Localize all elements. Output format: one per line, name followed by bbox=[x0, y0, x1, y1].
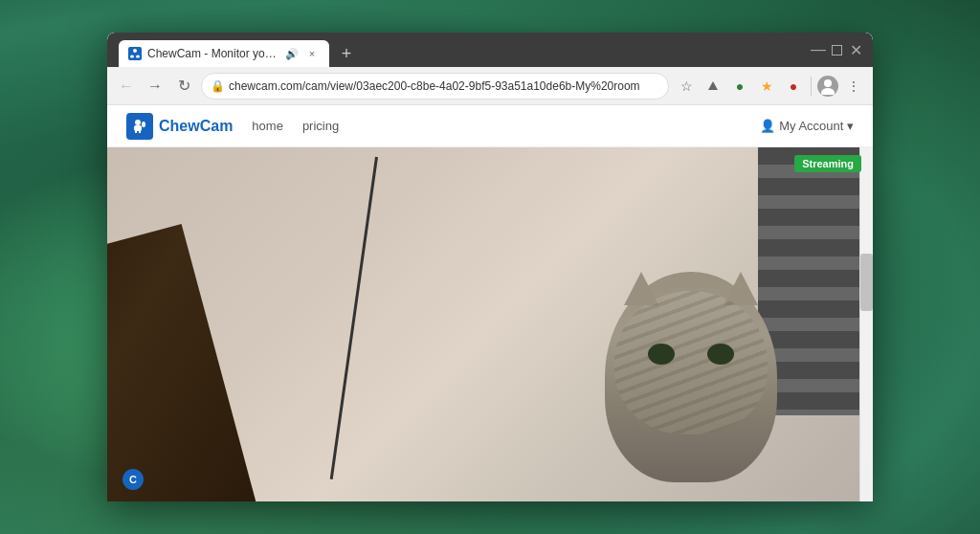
svg-rect-9 bbox=[139, 130, 141, 133]
content-area: ChewCam home pricing 👤 My Account ▾ bbox=[107, 105, 873, 501]
new-tab-button[interactable]: + bbox=[333, 40, 360, 67]
tab-bar: ChewCam - Monitor your p... 🔊 × + bbox=[119, 33, 813, 67]
address-bar: ← → ↻ 🔒 ☆ ● ★ ● ⋮ bbox=[107, 67, 873, 105]
tab-close-button[interactable]: × bbox=[304, 46, 320, 61]
svg-point-6 bbox=[135, 120, 141, 125]
active-tab[interactable]: ChewCam - Monitor your p... 🔊 × bbox=[119, 40, 329, 67]
tab-audio-icon: 🔊 bbox=[285, 48, 299, 60]
url-input[interactable] bbox=[201, 73, 669, 100]
account-label: My Account ▾ bbox=[779, 119, 854, 133]
svg-rect-8 bbox=[135, 130, 137, 133]
extension-button[interactable] bbox=[702, 75, 724, 98]
svg-point-1 bbox=[130, 56, 134, 58]
window-controls: — ✕ bbox=[813, 44, 861, 56]
scrollbar[interactable] bbox=[859, 147, 873, 501]
account-person-icon: 👤 bbox=[760, 119, 775, 133]
yellow-extension-icon[interactable]: ★ bbox=[755, 75, 778, 98]
bookmark-button[interactable]: ☆ bbox=[675, 75, 698, 98]
cat-stripes bbox=[614, 291, 768, 434]
video-placeholder bbox=[107, 147, 873, 501]
site-logo[interactable]: ChewCam bbox=[126, 113, 233, 140]
profile-avatar[interactable] bbox=[817, 76, 838, 97]
back-button[interactable]: ← bbox=[115, 75, 138, 98]
svg-point-0 bbox=[133, 49, 137, 53]
close-button[interactable]: ✕ bbox=[850, 44, 861, 56]
svg-point-4 bbox=[824, 79, 832, 87]
red-extension-icon[interactable]: ● bbox=[782, 75, 805, 98]
svg-point-2 bbox=[136, 56, 140, 58]
page-indicator: C bbox=[122, 469, 144, 490]
logo-text: ChewCam bbox=[159, 118, 233, 135]
video-scene bbox=[107, 147, 873, 501]
svg-point-10 bbox=[142, 122, 145, 127]
url-bar-wrapper: 🔒 bbox=[201, 73, 669, 100]
tab-favicon bbox=[128, 47, 142, 60]
cat-head bbox=[614, 291, 768, 434]
nav-home-link[interactable]: home bbox=[252, 119, 283, 133]
cat-eye-right bbox=[707, 344, 734, 365]
svg-point-5 bbox=[821, 88, 835, 95]
minimize-button[interactable]: — bbox=[813, 44, 824, 56]
title-bar: ChewCam - Monitor your p... 🔊 × + — ✕ bbox=[107, 33, 873, 67]
site-nav-links: home pricing bbox=[252, 119, 760, 133]
site-navigation: ChewCam home pricing 👤 My Account ▾ bbox=[107, 105, 873, 147]
restore-button[interactable] bbox=[832, 45, 842, 56]
account-menu[interactable]: 👤 My Account ▾ bbox=[760, 119, 854, 133]
scene-cat bbox=[586, 234, 796, 482]
chrome-menu-button[interactable]: ⋮ bbox=[842, 75, 865, 98]
reload-button[interactable]: ↻ bbox=[172, 75, 195, 98]
browser-window: ChewCam - Monitor your p... 🔊 × + — ✕ ← … bbox=[107, 33, 873, 501]
nav-pricing-link[interactable]: pricing bbox=[302, 119, 339, 133]
logo-icon bbox=[126, 113, 153, 140]
forward-button[interactable]: → bbox=[144, 75, 167, 98]
streaming-badge: Streaming bbox=[794, 155, 861, 172]
cat-body bbox=[605, 272, 777, 482]
svg-marker-3 bbox=[708, 81, 718, 90]
scrollbar-thumb[interactable] bbox=[860, 254, 873, 311]
toolbar-separator bbox=[811, 77, 812, 96]
tab-title: ChewCam - Monitor your p... bbox=[147, 47, 279, 60]
green-extension-icon[interactable]: ● bbox=[728, 75, 751, 98]
toolbar-icons: ☆ ● ★ ● ⋮ bbox=[675, 75, 865, 98]
lock-icon: 🔒 bbox=[211, 79, 225, 93]
video-area: Streaming C bbox=[107, 147, 873, 501]
cat-eye-left bbox=[648, 344, 675, 365]
